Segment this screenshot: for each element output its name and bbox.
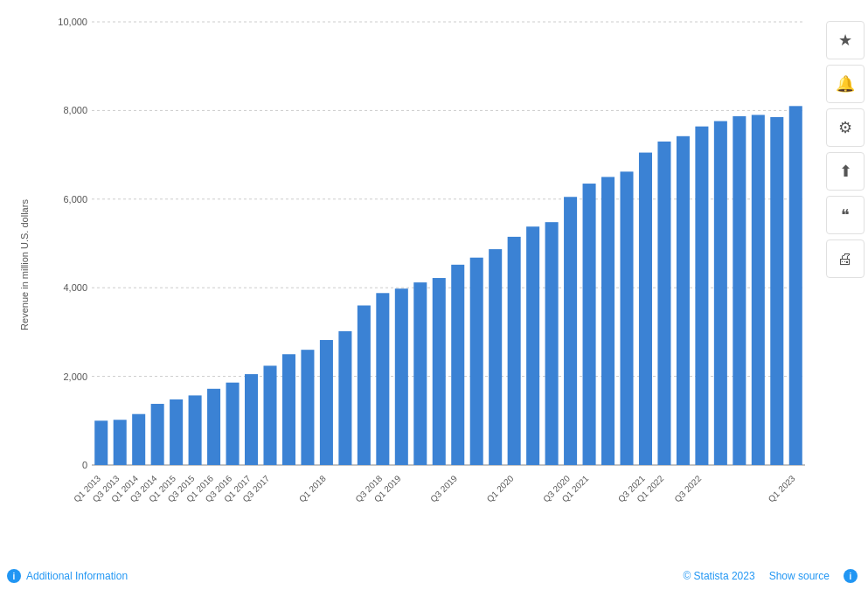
additional-info-link[interactable]: i Additional Information — [7, 569, 128, 583]
svg-text:4,000: 4,000 — [63, 282, 87, 293]
bar-23 — [526, 226, 539, 465]
additional-info-label: Additional Information — [26, 570, 128, 582]
bar-17 — [413, 282, 427, 465]
bar-29 — [639, 153, 652, 465]
footer-right: © Statista 2023 Show source i — [683, 569, 858, 583]
bar-7 — [226, 383, 240, 465]
bar-34 — [733, 116, 746, 465]
bar-32 — [695, 127, 708, 465]
bar-37 — [789, 106, 802, 465]
svg-text:Q3 2019: Q3 2019 — [428, 473, 459, 503]
info-icon: i — [7, 569, 21, 583]
quote-button[interactable]: ❝ — [826, 196, 865, 234]
bar-36 — [770, 117, 783, 465]
bell-button[interactable]: 🔔 — [826, 65, 865, 103]
bar-27 — [601, 177, 615, 465]
sidebar: ★🔔⚙⬆❝🖨 — [823, 17, 868, 281]
svg-text:Q1 2020: Q1 2020 — [485, 473, 516, 503]
chart-container: Revenue in million U.S. dollars 02,0004,… — [0, 0, 868, 590]
bar-19 — [451, 265, 464, 465]
svg-text:Q1 2018: Q1 2018 — [297, 473, 328, 503]
bar-1 — [114, 420, 127, 465]
bar-18 — [433, 278, 446, 465]
bar-0 — [94, 420, 108, 465]
bar-13 — [338, 331, 351, 465]
svg-text:Q3 2022: Q3 2022 — [672, 473, 703, 503]
bar-30 — [657, 142, 670, 465]
bar-6 — [207, 389, 220, 465]
bar-2 — [132, 414, 145, 465]
bar-35 — [752, 115, 765, 465]
bar-15 — [376, 293, 389, 465]
footer: i Additional Information © Statista 2023… — [0, 569, 868, 583]
bar-8 — [245, 374, 258, 465]
chart-svg: 02,0004,0006,0008,00010,000Q1 2013Q3 201… — [52, 13, 814, 513]
show-source-info-icon[interactable]: i — [844, 569, 858, 583]
statista-credit: © Statista 2023 — [683, 570, 754, 582]
bar-31 — [677, 136, 690, 465]
svg-text:6,000: 6,000 — [63, 194, 87, 205]
bar-26 — [583, 184, 596, 465]
svg-text:Q1 2023: Q1 2023 — [767, 473, 797, 503]
bar-9 — [263, 365, 276, 465]
share-button[interactable]: ⬆ — [826, 152, 865, 191]
bar-24 — [545, 222, 559, 465]
bar-16 — [395, 288, 408, 465]
bar-20 — [470, 258, 483, 465]
bar-21 — [489, 249, 502, 465]
svg-text:0: 0 — [82, 460, 87, 470]
svg-text:8,000: 8,000 — [63, 105, 87, 115]
bar-5 — [189, 395, 202, 465]
bar-10 — [282, 354, 295, 465]
svg-text:10,000: 10,000 — [58, 17, 87, 27]
bar-33 — [714, 121, 727, 465]
show-source-link[interactable]: Show source — [769, 570, 830, 582]
y-axis-label: Revenue in million U.S. dollars — [0, 17, 48, 511]
bar-28 — [620, 171, 633, 465]
bar-11 — [301, 350, 314, 465]
svg-text:2,000: 2,000 — [63, 371, 87, 382]
print-button[interactable]: 🖨 — [826, 239, 865, 278]
bar-25 — [564, 197, 577, 465]
bookmark-button[interactable]: ★ — [826, 21, 865, 59]
bar-12 — [320, 340, 333, 465]
bar-3 — [151, 404, 164, 465]
bar-4 — [170, 399, 183, 465]
settings-button[interactable]: ⚙ — [826, 108, 865, 147]
bar-14 — [358, 305, 371, 465]
bar-22 — [508, 237, 521, 465]
